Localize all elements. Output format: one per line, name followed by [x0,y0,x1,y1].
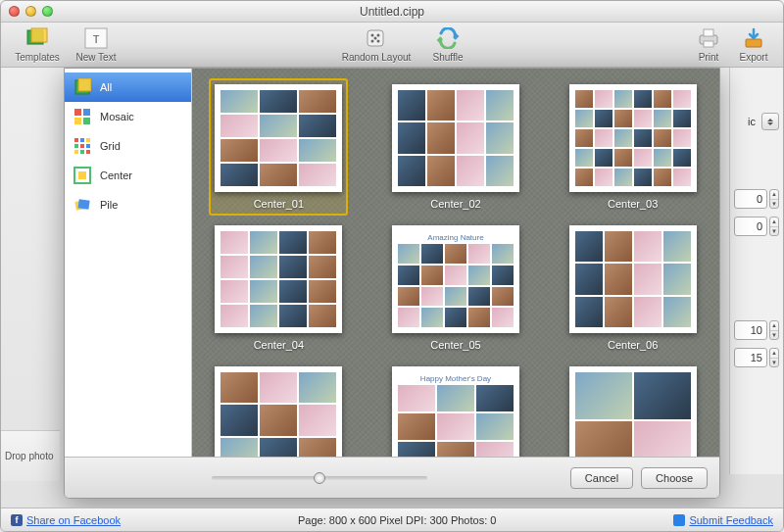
svg-point-7 [371,40,374,43]
status-bar: f Share on Facebook Page: 800 x 600 Pixe… [1,508,783,531]
svg-rect-24 [80,144,84,148]
all-category-icon [73,77,92,97]
category-grid[interactable]: Grid [65,131,191,161]
style-select[interactable] [761,113,779,130]
submit-feedback-link[interactable]: Submit Feedback [689,514,773,526]
svg-rect-25 [86,144,90,148]
category-list: AllMosaicGridCenterPile [65,69,192,457]
value-1-input[interactable] [734,189,767,209]
titlebar: Untitled.cipp [1,1,783,23]
svg-rect-28 [86,150,90,154]
template-center_08[interactable]: Happy Mother's Day [386,361,525,457]
category-center[interactable]: Center [65,161,191,190]
printer-icon [695,26,722,50]
text-icon: T [82,26,110,50]
center-category-icon [73,166,92,185]
template-center_06[interactable]: Center_06 [564,219,703,357]
svg-rect-20 [74,138,78,142]
value-3-input[interactable] [734,320,767,340]
svg-rect-17 [83,109,90,116]
template-center_09[interactable] [564,361,703,457]
svg-rect-26 [74,150,78,154]
template-name: Center_02 [430,198,480,210]
template-name: Center_04 [254,339,304,351]
template-center_02[interactable]: Center_02 [386,78,525,216]
category-label: All [100,81,112,93]
svg-rect-1 [31,28,47,42]
template-thumbnail [569,225,697,333]
dialog-footer: Cancel Choose [65,457,719,498]
value-1-stepper[interactable]: ▲▼ [769,189,779,209]
category-label: Pile [100,199,118,211]
print-button[interactable]: Print [689,26,728,63]
template-grid-scroll[interactable]: Center_01Center_02Center_03Center_04Amaz… [192,69,719,457]
main-area: ic ▲▼ ▲▼ ▲▼ ▲▼ Drop photo AllMosaicGridC… [1,68,783,508]
share-facebook-link[interactable]: Share on Facebook [26,514,121,526]
value-2-stepper[interactable]: ▲▼ [769,217,779,236]
svg-rect-15 [78,78,91,91]
cancel-button[interactable]: Cancel [570,467,633,489]
template-grid: Center_01Center_02Center_03Center_04Amaz… [192,78,719,457]
template-caption: Happy Mother's Day [398,372,514,385]
choose-button[interactable]: Choose [641,467,708,489]
template-center_01[interactable]: Center_01 [209,78,348,216]
template-thumbnail [215,225,342,333]
shuffle-label: Shuffle [433,52,464,63]
feedback-icon [673,514,685,526]
export-icon [740,26,767,50]
category-pile[interactable]: Pile [65,190,191,219]
close-window-button[interactable] [9,6,20,17]
svg-rect-18 [74,118,81,124]
minimize-window-button[interactable] [25,6,36,17]
shuffle-icon [434,26,462,50]
print-label: Print [699,52,719,63]
value-4-stepper[interactable]: ▲▼ [769,348,779,367]
svg-rect-11 [704,29,713,36]
templates-icon [24,26,51,50]
toolbar: Templates T New Text Random Layout Shuff… [1,23,783,68]
new-text-label: New Text [76,52,117,63]
svg-rect-12 [704,41,713,47]
value-3-stepper[interactable]: ▲▼ [769,320,779,340]
mosaic-category-icon [73,107,92,126]
template-center_07[interactable] [209,361,348,457]
category-all[interactable]: All [65,73,191,102]
templates-label: Templates [15,52,60,63]
svg-rect-21 [80,138,84,142]
template-name: Center_06 [608,339,658,351]
templates-button[interactable]: Templates [11,26,64,63]
value-4-input[interactable] [734,348,767,367]
thumbnail-zoom-slider[interactable] [212,476,427,480]
new-text-button[interactable]: T New Text [70,26,122,63]
dice-icon [363,26,390,50]
drop-photo-hint: Drop photo [1,430,60,481]
svg-point-5 [371,34,374,37]
svg-rect-30 [78,171,86,179]
category-label: Grid [100,140,121,152]
template-name: Center_03 [608,198,658,210]
svg-rect-32 [78,199,90,209]
svg-text:T: T [93,33,100,45]
facebook-icon: f [11,514,23,526]
style-select-suffix: ic [748,116,756,127]
svg-rect-16 [74,109,81,116]
template-center_04[interactable]: Center_04 [209,219,348,357]
template-center_03[interactable]: Center_03 [564,78,703,216]
template-thumbnail [392,84,519,192]
template-name: Center_01 [254,198,304,210]
export-label: Export [740,52,768,63]
category-mosaic[interactable]: Mosaic [65,102,191,131]
value-2-input[interactable] [734,217,767,236]
zoom-window-button[interactable] [42,6,53,17]
svg-rect-22 [86,138,90,142]
shuffle-button[interactable]: Shuffle [421,26,474,63]
export-button[interactable]: Export [734,26,773,63]
page-status-text: Page: 800 x 600 Pixel DPI: 300 Photos: 0 [121,514,673,526]
window-title: Untitled.cipp [360,5,424,19]
template-center_05[interactable]: Amazing NatureCenter_05 [386,219,525,357]
template-thumbnail [215,366,342,457]
template-thumbnail: Happy Mother's Day [392,366,519,457]
svg-rect-27 [80,150,84,154]
random-layout-button[interactable]: Random Layout [337,26,416,63]
template-thumbnail [215,84,342,192]
